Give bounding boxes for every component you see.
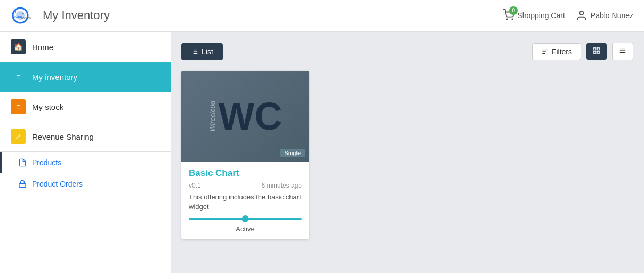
user-name: Pablo Nunez [591, 11, 633, 20]
card-basic-chart[interactable]: Wirecloud WC Single Basic Chart v0.1 6 m… [181, 71, 309, 239]
filters-icon [541, 48, 549, 55]
sidebar-item-home[interactable]: 🏠 Home [0, 32, 171, 62]
svg-point-6 [507, 19, 508, 20]
list-button[interactable]: List [181, 43, 223, 60]
brand-letters: WC [219, 97, 283, 135]
sidebar-item-my-stock[interactable]: ≡ My stock [0, 92, 171, 122]
header: FI WARE tm forum My Inventory 0 Shopping… [0, 0, 644, 32]
user-icon [576, 10, 587, 21]
svg-text:forum: forum [21, 16, 31, 20]
sub-item-products[interactable]: Products [0, 152, 171, 173]
listview-icon [619, 47, 626, 54]
main-content: List Filters [171, 32, 644, 273]
revenue-icon: ↗ [11, 129, 26, 144]
filters-button-label: Filters [552, 47, 572, 56]
wc-logo: Wirecloud WC [208, 97, 283, 135]
brand-text: Wirecloud [208, 101, 216, 132]
sidebar: 🏠 Home ≡ My inventory ≡ My stock ↗ Reven… [0, 32, 171, 273]
sidebar-item-my-inventory[interactable]: ≡ My inventory [0, 62, 171, 92]
card-version: v0.1 [189, 182, 201, 189]
page-title: My Inventory [43, 9, 110, 22]
products-icon [18, 158, 27, 167]
stock-icon: ≡ [11, 99, 26, 114]
filters-button[interactable]: Filters [532, 43, 581, 60]
card-meta: v0.1 6 minutes ago [189, 182, 302, 189]
fiware-logo: FI WARE tm forum [11, 5, 37, 26]
svg-rect-20 [597, 48, 599, 50]
cart-icon-wrap: 0 [503, 9, 514, 22]
list-view-button[interactable] [612, 43, 633, 60]
list-icon [191, 48, 198, 55]
sidebar-revenue-label: Revenue Sharing [32, 132, 94, 141]
svg-rect-22 [597, 51, 599, 53]
logo-area: FI WARE tm forum My Inventory [11, 5, 110, 26]
grid-view-button[interactable] [586, 43, 607, 60]
cart-badge: 0 [509, 6, 518, 15]
svg-text:tm: tm [22, 12, 26, 15]
toolbar: List Filters [181, 43, 633, 60]
svg-point-7 [512, 19, 513, 20]
cart-label: Shopping Cart [517, 11, 565, 20]
sub-item-product-orders[interactable]: Product Orders [0, 173, 171, 195]
status-line [189, 218, 302, 220]
orders-icon [18, 180, 27, 188]
card-time: 6 minutes ago [262, 182, 302, 189]
sub-menu: Products Product Orders [0, 151, 171, 195]
svg-text:FI: FI [13, 10, 16, 14]
shopping-cart-button[interactable]: 0 Shopping Cart [503, 9, 565, 22]
status-label: Active [236, 225, 254, 233]
grid-icon [593, 47, 600, 54]
card-title: Basic Chart [189, 168, 302, 179]
sub-item-orders-label: Product Orders [32, 180, 83, 188]
svg-rect-19 [594, 48, 596, 50]
sidebar-inventory-label: My inventory [32, 73, 77, 82]
svg-rect-21 [594, 51, 596, 53]
svg-rect-9 [19, 183, 26, 187]
status-dot [242, 215, 249, 222]
user-menu[interactable]: Pablo Nunez [576, 10, 633, 21]
cards-grid: Wirecloud WC Single Basic Chart v0.1 6 m… [181, 71, 633, 239]
list-button-label: List [202, 47, 213, 56]
main-layout: 🏠 Home ≡ My inventory ≡ My stock ↗ Reven… [0, 32, 644, 273]
sidebar-stock-label: My stock [32, 102, 63, 111]
header-right: 0 Shopping Cart Pablo Nunez [503, 9, 633, 22]
card-image: Wirecloud WC Single [181, 71, 309, 162]
sidebar-item-revenue-sharing[interactable]: ↗ Revenue Sharing [0, 122, 171, 151]
card-body: Basic Chart v0.1 6 minutes ago This offe… [181, 162, 309, 239]
svg-point-8 [579, 11, 583, 15]
sidebar-home-label: Home [32, 43, 53, 52]
sub-item-products-label: Products [32, 158, 61, 167]
inventory-icon: ≡ [11, 69, 26, 84]
home-icon: 🏠 [11, 39, 26, 54]
card-status-row: Active [189, 218, 302, 233]
card-description: This offering includes the basic chart w… [189, 192, 302, 212]
card-badge: Single [280, 149, 305, 157]
